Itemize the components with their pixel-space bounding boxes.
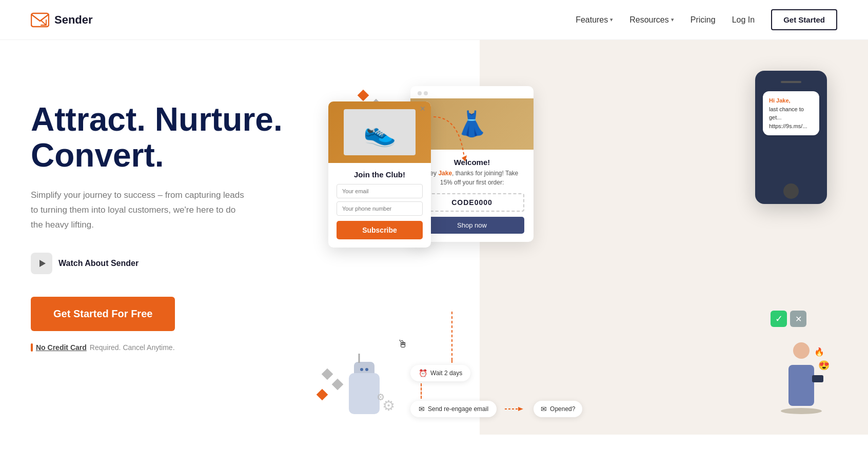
flow-dashed-line	[421, 383, 422, 399]
logo[interactable]: Sender	[31, 11, 93, 29]
nav-features[interactable]: Features ▾	[576, 15, 613, 25]
flow-line-top	[451, 312, 452, 363]
no-cc-bold-text: No Credit Card	[36, 343, 87, 352]
envelope-icon: ✉	[541, 405, 547, 413]
flow-row: ✉ Send re-engage email ✉ Opened?	[410, 399, 582, 419]
play-icon	[31, 253, 52, 274]
person-head	[793, 342, 810, 359]
get-started-free-button[interactable]: Get Started For Free	[31, 297, 175, 331]
shop-now-button[interactable]: Shop now	[420, 217, 524, 234]
orange-bar-icon	[31, 343, 33, 352]
gear-small-icon: ⚙	[377, 392, 385, 403]
popup-phone-input[interactable]	[337, 201, 423, 216]
diamond-gray-2	[332, 379, 344, 391]
robot-area: ⚙ ⚙	[349, 373, 380, 414]
hero-headline: Attract. Nurture. Convert.	[31, 101, 298, 174]
sms-phone: Hi Jake, last chance to get... https://9…	[755, 71, 827, 204]
robot-eye-right	[365, 368, 368, 371]
svg-marker-5	[518, 407, 523, 411]
chevron-down-icon: ▾	[671, 16, 674, 23]
navbar: Sender Features ▾ Resources ▾ Pricing Lo…	[0, 0, 868, 40]
dot-1	[418, 91, 422, 95]
svg-marker-1	[462, 155, 467, 161]
check-icon: ✓	[771, 311, 787, 327]
nav-pricing[interactable]: Pricing	[691, 15, 716, 25]
nav-resources[interactable]: Resources ▾	[629, 15, 674, 25]
no-credit-card-note: No Credit Card Required. Cancel Anytime.	[31, 343, 298, 352]
clock-icon: ⏰	[419, 369, 427, 377]
diamond-gray-3	[322, 368, 333, 380]
opened-node: ✉ Opened?	[534, 401, 582, 417]
email-card-header	[410, 86, 534, 98]
diamond-orange-top	[358, 90, 369, 101]
popup-image: 👟 ✕	[328, 101, 431, 163]
logo-icon	[31, 11, 49, 29]
send-email-node: ✉ Send re-engage email	[410, 401, 497, 417]
hero-illustration: 👟 ✕ Join the Club! Subscribe 🖱	[298, 71, 837, 429]
person-phone	[812, 375, 823, 382]
svg-marker-3	[451, 360, 452, 363]
watch-label: Watch About Sender	[58, 259, 139, 268]
robot-body	[349, 373, 380, 414]
play-triangle	[40, 260, 46, 267]
nav-get-started-button[interactable]: Get Started	[771, 9, 837, 30]
robot-eye-left	[360, 368, 363, 371]
popup-close-icon[interactable]: ✕	[420, 105, 426, 113]
coupon-code: CODE0000	[420, 193, 524, 212]
nav-login[interactable]: Log In	[732, 15, 755, 25]
automation-flow: ⏰ Wait 2 days ✉ Send re-engage email ✉ O…	[410, 363, 582, 419]
popup-body: Join the Club! Subscribe	[328, 163, 431, 248]
popup-title: Join the Club!	[337, 170, 423, 179]
logo-text: Sender	[54, 13, 93, 27]
cursor-icon: 🖱	[398, 338, 408, 350]
fire-emoji: 🔥	[814, 347, 824, 357]
sms-bubble: Hi Jake, last chance to get... https://9…	[763, 91, 819, 135]
chevron-down-icon: ▾	[610, 16, 613, 23]
wait-node: ⏰ Wait 2 days	[410, 365, 470, 381]
hero-left: Attract. Nurture. Convert. Simplify your…	[31, 71, 298, 352]
diamond-orange-bottom	[317, 389, 328, 401]
email-card-text: Hey Jake, thanks for joining! Take 15% o…	[420, 169, 524, 187]
sneaker-image: 👟	[344, 109, 416, 155]
popup-card: 👟 ✕ Join the Club! Subscribe	[328, 101, 431, 248]
heart-emoji: 😍	[818, 360, 830, 371]
watch-button[interactable]: Watch About Sender	[31, 253, 298, 274]
popup-subscribe-button[interactable]: Subscribe	[337, 221, 423, 239]
dashed-arrow	[428, 112, 469, 163]
dot-2	[424, 91, 428, 95]
action-icons: ✓ ✕	[771, 311, 806, 327]
person-illustration: 😍 🔥	[781, 342, 822, 414]
no-cc-rest-text: Required. Cancel Anytime.	[90, 343, 175, 352]
phone-home-button	[783, 183, 799, 199]
person-shadow	[781, 408, 822, 414]
popup-email-input[interactable]	[337, 184, 423, 198]
person-body: 😍 🔥	[788, 365, 814, 406]
robot-antenna	[358, 354, 360, 363]
hero-subtext: Simplify your journey to success – from …	[31, 188, 246, 233]
nav-links: Features ▾ Resources ▾ Pricing Log In Ge…	[576, 9, 837, 30]
hero-section: Attract. Nurture. Convert. Simplify your…	[0, 40, 868, 450]
phone-speaker	[781, 81, 801, 83]
flow-arrow	[505, 405, 525, 413]
x-icon: ✕	[790, 311, 806, 327]
email-icon: ✉	[419, 405, 425, 413]
